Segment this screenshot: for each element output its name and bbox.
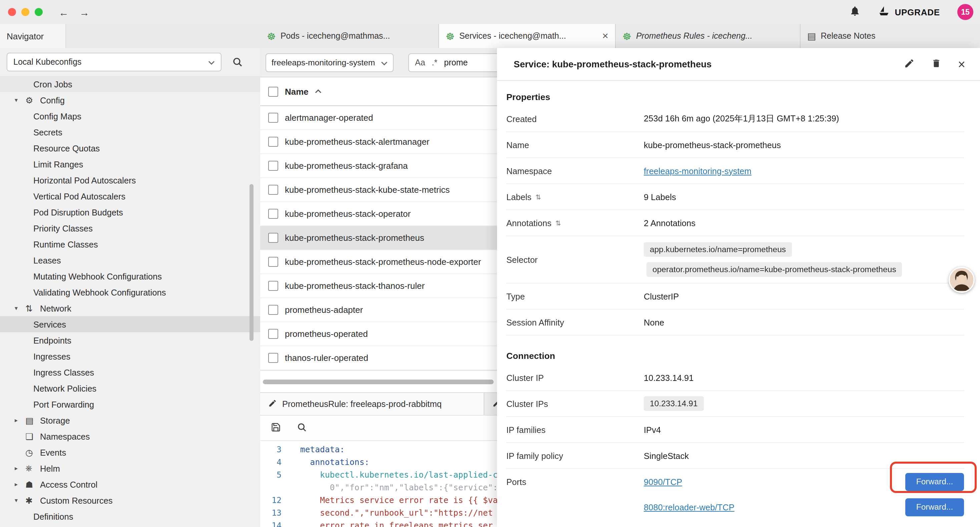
sort-toggle-icon[interactable]: ⇅ xyxy=(555,219,561,226)
delete-button[interactable] xyxy=(931,58,941,70)
close-window-button[interactable] xyxy=(8,8,16,16)
sidebar-item-secrets[interactable]: Secrets xyxy=(0,124,260,140)
row-checkbox[interactable] xyxy=(268,257,278,267)
sidebar-item-custom-resources[interactable]: ▾✱Custom Resources xyxy=(0,492,260,508)
tab-services-active[interactable]: ☸ Services - icecheng@math... × xyxy=(439,24,616,48)
sidebar-item-limit-ranges[interactable]: Limit Ranges xyxy=(0,156,260,172)
row-checkbox[interactable] xyxy=(268,161,278,171)
sidebar-item-ingress-classes[interactable]: Ingress Classes xyxy=(0,364,260,380)
row-checkbox[interactable] xyxy=(268,209,278,219)
row-checkbox[interactable] xyxy=(268,137,278,147)
property-row-session-affinity: Session Affinity None xyxy=(506,309,964,336)
tab-pods[interactable]: ☸ Pods - icecheng@mathmas... xyxy=(260,24,439,48)
sidebar-item-mutating-webhook-configurations[interactable]: Mutating Webhook Configurations xyxy=(0,268,260,284)
chevron-right-icon[interactable]: ▸ xyxy=(15,465,25,471)
sidebar-item-access-control[interactable]: ▸☗Access Control xyxy=(0,476,260,492)
name-column-header[interactable]: Name xyxy=(285,86,309,96)
row-checkbox[interactable] xyxy=(268,353,278,363)
row-checkbox[interactable] xyxy=(268,113,278,123)
namespace-link[interactable]: freeleaps-monitoring-system xyxy=(644,166,751,176)
match-case-toggle[interactable]: Aa xyxy=(415,58,425,67)
editor-search-icon[interactable] xyxy=(297,422,307,434)
line-number: 12 xyxy=(260,494,282,507)
regex-toggle[interactable]: .* xyxy=(432,58,438,67)
sidebar-item-network[interactable]: ▾⇅Network xyxy=(0,300,260,316)
forward-button[interactable]: Forward... xyxy=(905,473,964,490)
access-control-icon: ☗ xyxy=(25,479,39,489)
row-checkbox[interactable] xyxy=(268,329,278,339)
connection-section-heading: Connection xyxy=(506,346,964,365)
chevron-down-icon[interactable]: ▾ xyxy=(15,305,25,312)
selector-badge: app.kubernetes.io/name=prometheus xyxy=(644,242,792,257)
chevron-right-icon[interactable]: ▸ xyxy=(15,481,25,488)
port-row: 9090/TCP Forward... xyxy=(644,469,964,494)
session-affinity-value: None xyxy=(644,317,664,327)
select-all-checkbox[interactable] xyxy=(268,86,278,96)
port-link[interactable]: 9090/TCP xyxy=(644,477,682,487)
port-link[interactable]: 8080:reloader-web/TCP xyxy=(644,502,735,512)
chevron-down-icon[interactable]: ▾ xyxy=(15,97,25,103)
sidebar-item-network-policies[interactable]: Network Policies xyxy=(0,380,260,396)
tab-prometheus-rules[interactable]: ☸ Prometheus Rules - icecheng... xyxy=(616,24,800,48)
sidebar-item-config[interactable]: ▾⚙Config xyxy=(0,92,260,108)
chevron-right-icon[interactable]: ▸ xyxy=(15,417,25,424)
property-row-annotations: Annotations⇅ 2 Annotations xyxy=(506,210,964,236)
kubeconfig-selector[interactable]: Local Kubeconfigs xyxy=(7,53,221,72)
row-checkbox[interactable] xyxy=(268,233,278,243)
sidebar-item-helm[interactable]: ▸⎈Helm xyxy=(0,460,260,476)
property-row-ports: Ports 9090/TCP Forward... 8080:reloader-… xyxy=(506,469,964,527)
edit-button[interactable] xyxy=(904,58,915,70)
user-avatar[interactable] xyxy=(949,267,975,293)
property-row-namespace: Namespace freeleaps-monitoring-system xyxy=(506,158,964,184)
notification-count-badge[interactable]: 15 xyxy=(957,4,973,20)
row-checkbox[interactable] xyxy=(268,305,278,315)
annotations-value: 2 Annotations xyxy=(644,218,695,228)
port-row: 8080:reloader-web/TCP Forward... xyxy=(644,494,964,520)
scrollbar-thumb[interactable] xyxy=(263,380,494,384)
sidebar-item-priority-classes[interactable]: Priority Classes xyxy=(0,220,260,236)
row-checkbox[interactable] xyxy=(268,185,278,195)
code-line: error rate in freeleaps metrics ser xyxy=(282,520,493,527)
sidebar-item-ingresses[interactable]: Ingresses xyxy=(0,348,260,364)
list-search-input[interactable]: Aa .* prome xyxy=(408,53,508,72)
sidebar-item-pod-disruption-budgets[interactable]: Pod Disruption Budgets xyxy=(0,204,260,220)
namespace-selector[interactable]: freeleaps-monitoring-system xyxy=(266,53,394,72)
close-tab-icon[interactable]: × xyxy=(602,30,608,42)
property-row-cluster-ip: Cluster IP 10.233.14.91 xyxy=(506,365,964,391)
close-drawer-button[interactable]: × xyxy=(958,58,965,70)
minimize-window-button[interactable] xyxy=(21,8,29,16)
sidebar-item-namespaces[interactable]: ❏Namespaces xyxy=(0,428,260,444)
notifications-bell-icon[interactable] xyxy=(849,5,861,19)
maximize-window-button[interactable] xyxy=(35,8,43,16)
upgrade-button[interactable]: UPGRADE xyxy=(878,5,940,19)
sidebar-item-validating-webhook-configurations[interactable]: Validating Webhook Configurations xyxy=(0,284,260,300)
chevron-down-icon[interactable]: ▾ xyxy=(15,497,25,504)
sidebar-item-horizontal-pod-autoscalers[interactable]: Horizontal Pod Autoscalers xyxy=(0,172,260,188)
sidebar-item-leases[interactable]: Leases xyxy=(0,252,260,268)
sidebar-item-definitions[interactable]: Definitions xyxy=(0,508,260,524)
sidebar-item-port-forwarding[interactable]: Port Forwarding xyxy=(0,396,260,412)
tab-release-notes[interactable]: ▤ Release Notes xyxy=(800,24,980,48)
sidebar-item-services[interactable]: Services xyxy=(0,316,260,332)
forward-button[interactable]: Forward... xyxy=(905,498,964,516)
sidebar-item-storage[interactable]: ▸▤Storage xyxy=(0,412,260,428)
sidebar-item-config-maps[interactable]: Config Maps xyxy=(0,108,260,124)
sidebar-item-endpoints[interactable]: Endpoints xyxy=(0,332,260,348)
sort-toggle-icon[interactable]: ⇅ xyxy=(535,193,541,201)
code-line: annotations: xyxy=(282,456,369,469)
sidebar-item-runtime-classes[interactable]: Runtime Classes xyxy=(0,236,260,252)
property-row-name: Name kube-prometheus-stack-prometheus xyxy=(506,132,964,158)
property-row-type: Type ClusterIP xyxy=(506,283,964,309)
sidebar-item-cron-jobs[interactable]: Cron Jobs xyxy=(0,76,260,92)
sidebar-search-icon[interactable] xyxy=(232,57,243,67)
dock-tab-prometheusrule[interactable]: PrometheusRule: freeleaps-prod-rabbitmq xyxy=(260,393,484,415)
row-checkbox[interactable] xyxy=(268,281,278,291)
sidebar-item-vertical-pod-autoscalers[interactable]: Vertical Pod Autoscalers xyxy=(0,188,260,204)
forward-icon[interactable]: → xyxy=(80,6,89,18)
sort-ascending-icon[interactable] xyxy=(315,89,322,93)
sidebar-scrollbar[interactable] xyxy=(250,184,253,341)
sidebar-item-events[interactable]: ◷Events xyxy=(0,444,260,460)
sidebar-item-resource-quotas[interactable]: Resource Quotas xyxy=(0,140,260,156)
back-icon[interactable]: ← xyxy=(59,6,69,18)
save-icon[interactable] xyxy=(271,422,281,434)
